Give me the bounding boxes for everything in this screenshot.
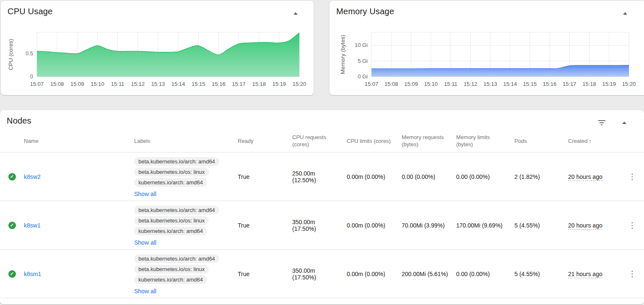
row-menu-kebab-button[interactable]: ⋮ xyxy=(626,269,639,279)
svg-text:10 Gi: 10 Gi xyxy=(355,42,368,48)
node-actions-cell: ⋮ xyxy=(626,172,639,181)
nodes-collapse-button[interactable] xyxy=(619,117,630,128)
node-ready-cell: True xyxy=(238,222,292,229)
svg-text:Memory (bytes): Memory (bytes) xyxy=(340,35,346,74)
row-menu-kebab-button[interactable]: ⋮ xyxy=(626,220,639,230)
column-header-memory_requests[interactable]: Memory requests (bytes) xyxy=(402,134,456,148)
column-header-name[interactable]: Name xyxy=(24,137,134,145)
node-status-cell: ✓ xyxy=(8,173,16,181)
created-relative-time: 20 hours ago xyxy=(568,222,602,230)
node-label-pill: beta.kubernetes.io/arch: amd64 xyxy=(134,157,219,166)
svg-text:15:18: 15:18 xyxy=(252,81,266,87)
node-ready-cell: True xyxy=(238,173,292,180)
show-all-labels-link[interactable]: Show all xyxy=(134,288,156,295)
svg-text:15:19: 15:19 xyxy=(602,81,616,87)
svg-text:15:18: 15:18 xyxy=(582,81,596,87)
node-name-link[interactable]: k8sw2 xyxy=(24,173,41,180)
svg-text:15:12: 15:12 xyxy=(464,81,478,87)
svg-text:15:10: 15:10 xyxy=(424,81,438,87)
column-header-label: Labels xyxy=(134,138,150,144)
node-pods-cell: 5 (4.55%) xyxy=(514,271,568,277)
column-header-label: CPU limits (cores) xyxy=(347,138,391,144)
node-status-cell: ✓ xyxy=(8,270,16,278)
node-labels-cell: beta.kubernetes.io/arch: amd64beta.kuber… xyxy=(134,253,238,295)
created-relative-time: 20 hours ago xyxy=(568,173,602,181)
node-memory-limits-cell: 0.00 (0.00%) xyxy=(456,173,514,180)
node-labels-cell: beta.kubernetes.io/arch: amd64beta.kuber… xyxy=(134,155,238,198)
node-label-pill: beta.kubernetes.io/arch: amd64 xyxy=(134,254,219,263)
svg-text:0 Gi: 0 Gi xyxy=(358,73,368,80)
node-label-pill: kubernetes.io/arch: amd64 xyxy=(134,227,207,235)
svg-text:15:14: 15:14 xyxy=(171,81,185,87)
svg-text:15:19: 15:19 xyxy=(273,81,286,87)
node-name-link[interactable]: k8sm1 xyxy=(24,271,41,277)
svg-text:15:17: 15:17 xyxy=(232,81,246,87)
node-label-pill: beta.kubernetes.io/os: linux xyxy=(134,265,209,274)
dashboard-page: { "cards": { "cpu": { "title": "CPU Usag… xyxy=(0,0,644,305)
column-header-label: Pods xyxy=(514,138,527,144)
node-name-cell: k8sm1 xyxy=(24,271,134,277)
node-memory-requests-cell: 0.00 (0.00%) xyxy=(402,173,456,180)
node-ready-check-icon: ✓ xyxy=(8,222,16,229)
svg-text:15:20: 15:20 xyxy=(293,81,306,87)
svg-text:15:10: 15:10 xyxy=(91,81,104,87)
column-header-label: Memory limits (bytes) xyxy=(456,134,490,147)
row-menu-kebab-button[interactable]: ⋮ xyxy=(626,172,639,181)
show-all-labels-link[interactable]: Show all xyxy=(134,239,156,246)
svg-text:15:08: 15:08 xyxy=(50,81,64,87)
node-actions-cell: ⋮ xyxy=(626,269,639,279)
node-pods-cell: 5 (4.55%) xyxy=(514,222,568,229)
svg-text:15:09: 15:09 xyxy=(404,81,418,87)
svg-text:15:07: 15:07 xyxy=(30,81,44,87)
node-cpu-limits-cell: 0.00m (0.00%) xyxy=(347,222,402,229)
nodes-card: Nodes NameLabelsReadyCPU requests (cores… xyxy=(0,110,644,304)
svg-text:15:11: 15:11 xyxy=(444,81,457,87)
svg-text:15:16: 15:16 xyxy=(212,81,226,87)
node-row-k8sm1: ✓k8sm1beta.kubernetes.io/arch: amd64beta… xyxy=(0,250,644,298)
node-label-pill: beta.kubernetes.io/os: linux xyxy=(134,168,209,176)
column-header-cpu_limits[interactable]: CPU limits (cores) xyxy=(347,137,402,145)
node-created-cell: 21 hours ago xyxy=(568,271,621,277)
show-all-labels-link[interactable]: Show all xyxy=(134,191,156,197)
svg-text:15:08: 15:08 xyxy=(384,81,398,87)
svg-text:15:15: 15:15 xyxy=(192,81,205,87)
node-cpu-requests-cell: 350.00m (17.50%) xyxy=(292,219,347,232)
node-labels-cell: beta.kubernetes.io/arch: amd64beta.kuber… xyxy=(134,204,238,246)
node-memory-requests-cell: 200.00Mi (5.61%) xyxy=(402,271,456,277)
nodes-table: NameLabelsReadyCPU requests (cores)CPU l… xyxy=(0,132,644,298)
nodes-filter-button[interactable] xyxy=(596,117,607,128)
memory-usage-card: Memory Usage 0 Gi5 Gi10 Gi15:0715:0815:0… xyxy=(330,1,644,95)
node-name-link[interactable]: k8sw1 xyxy=(24,222,41,229)
node-status-cell: ✓ xyxy=(8,222,16,229)
svg-text:15:11: 15:11 xyxy=(111,81,125,87)
svg-text:CPU (cores): CPU (cores) xyxy=(8,39,14,70)
node-label-pill: beta.kubernetes.io/os: linux xyxy=(134,216,209,225)
node-memory-limits-cell: 0.00 (0.00%) xyxy=(456,271,514,277)
svg-text:15:15: 15:15 xyxy=(523,81,537,87)
nodes-table-header-row: NameLabelsReadyCPU requests (cores)CPU l… xyxy=(0,132,644,152)
svg-text:15:13: 15:13 xyxy=(151,81,165,87)
svg-text:0.5: 0.5 xyxy=(26,50,33,57)
column-header-created[interactable]: Created↑ xyxy=(568,137,621,145)
node-pods-cell: 2 (1.82%) xyxy=(514,173,568,180)
column-header-label: Created xyxy=(568,138,587,144)
cpu-usage-card: CPU Usage 00.515:0715:0815:0915:1015:111… xyxy=(1,1,314,95)
svg-text:15:07: 15:07 xyxy=(365,81,379,87)
column-header-ready[interactable]: Ready xyxy=(238,137,292,145)
node-cpu-requests-cell: 350.00m (17.50%) xyxy=(292,267,347,281)
svg-text:15:17: 15:17 xyxy=(563,81,576,87)
node-label-pill: kubernetes.io/arch: amd64 xyxy=(134,178,207,187)
node-ready-cell: True xyxy=(238,271,292,277)
node-label-pill: kubernetes.io/arch: amd64 xyxy=(134,275,207,284)
column-header-pods[interactable]: Pods xyxy=(514,137,568,145)
nodes-card-title: Nodes xyxy=(7,116,31,126)
column-header-memory_limits[interactable]: Memory limits (bytes) xyxy=(456,134,514,148)
node-label-pill: beta.kubernetes.io/arch: amd64 xyxy=(134,206,219,215)
svg-text:15:09: 15:09 xyxy=(70,81,84,87)
node-cpu-limits-cell: 0.00m (0.00%) xyxy=(347,173,402,180)
svg-text:0: 0 xyxy=(30,73,33,80)
filter-list-icon xyxy=(598,120,605,126)
created-relative-time: 21 hours ago xyxy=(568,271,602,278)
node-created-cell: 20 hours ago xyxy=(568,222,621,229)
column-header-cpu_requests[interactable]: CPU requests (cores) xyxy=(292,134,347,148)
